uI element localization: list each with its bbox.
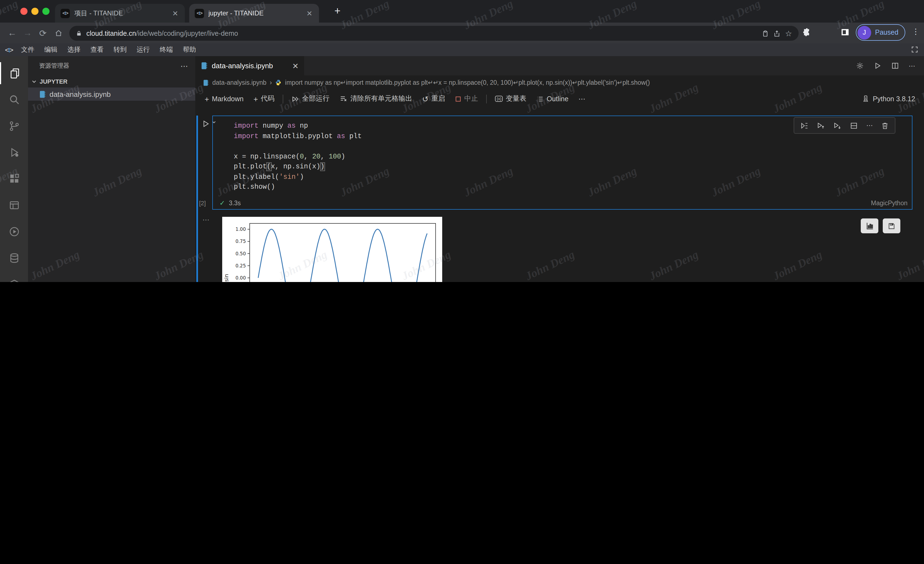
menu-item-8[interactable]: 帮助 — [178, 45, 201, 54]
notebook-file-icon — [201, 62, 208, 70]
breadcrumb[interactable]: data-analysis.ipynb › import numpy as np… — [195, 75, 924, 90]
notebook-settings-gear-icon[interactable] — [856, 62, 864, 70]
add-code-button[interactable]: +代码 — [250, 92, 278, 105]
run-all-button[interactable]: 全部运行 — [288, 92, 333, 105]
run-below-icon[interactable] — [833, 121, 842, 129]
explorer-sidebar: 资源管理器 ⋯ JUPYTER data-analysis.ipynb — [28, 56, 195, 282]
sidebar-title: 资源管理器 — [39, 62, 69, 70]
menu-item-1[interactable]: 文件 — [16, 45, 39, 54]
minimize-window-button[interactable] — [32, 8, 39, 15]
notebook-more-button[interactable]: ⋯ — [574, 92, 589, 105]
site-favicon: <t> — [195, 9, 204, 18]
browser-tab-jupyter[interactable]: <t> jupyter - TITANIDE ✕ — [189, 4, 319, 23]
code-line: x = np.linspace(0, 20, 100) — [234, 153, 906, 163]
browser-menu-icon[interactable]: ⋮ — [912, 27, 920, 36]
cell-more-icon[interactable]: ⋯ — [866, 122, 873, 129]
kernel-picker[interactable]: Python 3.8.12 — [862, 95, 924, 103]
run-editor-icon[interactable] — [873, 62, 882, 70]
menu-item-2[interactable]: 编辑 — [39, 45, 62, 54]
cell-toolbar: ⋯ — [794, 117, 896, 134]
code-cell[interactable]: [2] import numpy as npimport matplotlib.… — [212, 116, 912, 210]
close-tab-icon[interactable]: ✕ — [305, 9, 314, 17]
activity-database-icon[interactable] — [0, 247, 28, 269]
workbench: 资源管理器 ⋯ JUPYTER data-analysis.ipynb — [0, 56, 924, 282]
sine-plot: 0.02.55.07.510.012.515.017.520.0−1.00−0.… — [222, 217, 442, 282]
menu-item-5[interactable]: 转到 — [109, 45, 132, 54]
menu-item-3[interactable]: 选择 — [62, 45, 86, 54]
interrupt-button[interactable]: 中止 — [451, 92, 482, 105]
kernel-icon — [862, 95, 870, 103]
back-icon[interactable]: ← — [4, 28, 20, 38]
split-cell-icon[interactable] — [850, 121, 858, 129]
activity-layout-icon[interactable] — [0, 194, 28, 216]
run-above-icon[interactable] — [817, 121, 825, 129]
add-markdown-button[interactable]: +Markdown — [201, 92, 248, 105]
activity-run-circle-icon[interactable] — [0, 221, 28, 243]
browser-tab-title: jupyter - TITANIDE — [208, 9, 301, 17]
variables-button[interactable]: (x)变量表 — [491, 92, 530, 105]
code-line: plt.ylabel('sin') — [234, 173, 906, 183]
cell-status-bar: ✓ 3.3s MagicPython — [219, 199, 908, 207]
split-editor-icon[interactable] — [891, 62, 899, 70]
activity-layers-icon[interactable] — [0, 274, 28, 282]
save-output-button[interactable] — [883, 218, 900, 233]
sync-status-label: Paused — [875, 29, 898, 36]
clipboard-icon[interactable] — [762, 29, 769, 37]
execute-cells-icon[interactable] — [800, 121, 808, 129]
address-bar[interactable]: cloud.titanide.cn/ide/web/coding/jupyter… — [69, 26, 799, 41]
share-icon[interactable] — [774, 29, 781, 37]
sidebar-more-icon[interactable]: ⋯ — [180, 61, 189, 70]
activity-explorer-icon[interactable] — [0, 62, 28, 84]
fullscreen-icon[interactable] — [911, 46, 918, 53]
editor-tab-notebook[interactable]: data-analysis.ipynb ✕ — [195, 56, 304, 75]
close-tab-icon[interactable]: ✕ — [171, 9, 179, 17]
file-item-notebook[interactable]: data-analysis.ipynb — [28, 87, 195, 101]
menu-item-7[interactable]: 终端 — [155, 45, 178, 54]
browser-tab-project[interactable]: <t> 项目 - TITANIDE ✕ — [55, 4, 185, 23]
activity-extensions-icon[interactable] — [0, 168, 28, 190]
restart-icon: ↺ — [422, 94, 429, 103]
new-tab-button[interactable]: + — [334, 6, 340, 17]
close-editor-tab-icon[interactable]: ✕ — [292, 61, 298, 70]
success-check-icon: ✓ — [219, 199, 225, 207]
breadcrumb-cell-preview[interactable]: import numpy as np↵import matplotlib.pyp… — [285, 79, 650, 86]
delete-cell-icon[interactable] — [881, 121, 889, 129]
change-presentation-button[interactable] — [861, 218, 878, 233]
editor-tab-actions: ⋯ — [856, 56, 924, 75]
zoom-window-button[interactable] — [42, 8, 50, 15]
activity-search-icon[interactable] — [0, 89, 28, 111]
restart-kernel-button[interactable]: ↺重启 — [418, 92, 449, 105]
ide-menu-bar: <t> 文件编辑选择查看转到运行终端帮助 — [0, 44, 924, 56]
code-line: plt.plot(x, np.sin(x)) — [234, 163, 906, 173]
extensions-puzzle-icon[interactable] — [802, 27, 812, 37]
code-line — [234, 143, 906, 153]
kernel-label: Python 3.8.12 — [873, 95, 915, 102]
svg-text:0.50: 0.50 — [236, 251, 246, 256]
cell-language[interactable]: MagicPython — [871, 200, 908, 206]
lock-icon — [76, 30, 82, 37]
menu-item-6[interactable]: 运行 — [132, 45, 155, 54]
python-icon — [275, 79, 282, 86]
browser-tab-strip: <t> 项目 - TITANIDE ✕ <t> jupyter - TITANI… — [0, 0, 924, 23]
close-window-button[interactable] — [20, 8, 27, 15]
browser-profile-chip[interactable]: J Paused — [856, 24, 906, 41]
editor-more-actions-icon[interactable]: ⋯ — [909, 62, 915, 69]
section-label: JUPYTER — [40, 78, 68, 85]
sidebar-section-jupyter[interactable]: JUPYTER — [28, 75, 195, 87]
reload-icon[interactable]: ⟳ — [35, 28, 51, 38]
code-line: import matplotlib.pyplot as plt — [234, 132, 906, 143]
activity-source-control-icon[interactable] — [0, 115, 28, 137]
outline-button[interactable]: Outline — [532, 92, 572, 105]
forward-icon[interactable]: → — [20, 28, 35, 38]
side-panel-icon[interactable] — [840, 27, 850, 37]
bookmark-star-icon[interactable]: ☆ — [785, 29, 792, 38]
breadcrumb-file[interactable]: data-analysis.ipynb — [212, 79, 267, 86]
menu-item-4[interactable]: 查看 — [86, 45, 109, 54]
cell-focus-bar — [196, 116, 198, 282]
home-icon[interactable] — [51, 29, 66, 37]
clear-outputs-button[interactable]: 清除所有单元格输出 — [336, 92, 416, 105]
output-collapse-icon[interactable]: ⋯ — [202, 216, 210, 224]
activity-run-debug-icon[interactable] — [0, 141, 28, 164]
site-favicon: <t> — [60, 9, 70, 18]
editor-area: data-analysis.ipynb ✕ ⋯ — [195, 56, 924, 282]
